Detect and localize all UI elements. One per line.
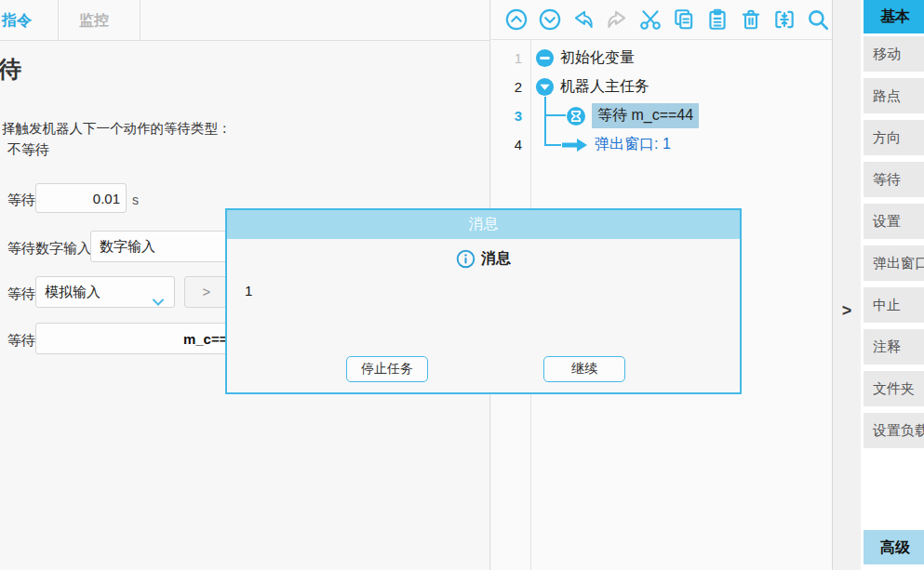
hourglass-circle-icon (566, 106, 586, 126)
paste-icon[interactable] (705, 7, 730, 32)
dialog-title: 消息 (469, 215, 499, 234)
message-dialog: 消息 消息 1 停止任务 继续 (225, 208, 742, 394)
dialog-header: 消息 (227, 249, 740, 269)
tree-node-label: 初始化变量 (560, 48, 635, 68)
wait-type-description: 择触发机器人下一个动作的等待类型： (2, 120, 232, 138)
panel-expand-strip: > (833, 0, 861, 570)
copy-icon[interactable] (672, 7, 696, 32)
cut-icon[interactable] (638, 7, 663, 32)
wait-digital-label: 等待数字输入 (7, 240, 91, 258)
info-icon (456, 249, 475, 269)
stop-task-button[interactable]: 停止任务 (346, 356, 428, 382)
continue-button[interactable]: 继续 (543, 356, 625, 382)
line-number: 1 (491, 50, 530, 66)
sidebar-item-folder[interactable]: 文件夹 (864, 371, 924, 406)
search-icon[interactable] (806, 7, 830, 32)
arrow-right-icon (561, 138, 589, 152)
undo-icon[interactable] (571, 7, 596, 32)
chevron-down-icon (152, 287, 165, 317)
wait-analog-operator-select[interactable]: > (184, 276, 229, 308)
collapse-icon[interactable] (772, 7, 797, 32)
wait-analog-select[interactable]: 模拟输入 (35, 276, 175, 308)
dialog-header-text: 消息 (481, 249, 511, 269)
tab-instruction[interactable]: 指令 (2, 0, 32, 41)
tree-node-label: 等待 m_c==44 (592, 103, 699, 128)
line-number: 4 (491, 137, 530, 152)
command-sidebar: 基本 移动 路点 方向 等待 设置 弹出窗口 中止 注释 文件夹 设置负载 高级 (861, 0, 924, 570)
tree-row-main-task[interactable]: 2 机器人主任务 (491, 73, 832, 101)
program-tree: 1 初始化变量 2 机器人主任务 3 等待 m_c==44 (491, 44, 832, 159)
sidebar-item-wait[interactable]: 等待 (864, 162, 924, 197)
wait-analog-value: 模拟输入 (45, 284, 100, 299)
sidebar-item-direction[interactable]: 方向 (864, 120, 924, 155)
expand-panel-button[interactable]: > (837, 298, 856, 324)
tab-basic[interactable]: 基本 (864, 0, 924, 33)
sidebar-item-popup[interactable]: 弹出窗口 (864, 245, 924, 281)
wait-analog-label: 等待 (7, 285, 35, 303)
tree-row-popup[interactable]: 4 弹出窗口: 1 (491, 130, 832, 159)
tab-advanced[interactable]: 高级 (864, 530, 924, 564)
wait-time-input[interactable] (35, 183, 127, 213)
line-number: 2 (491, 79, 530, 95)
delete-icon[interactable] (739, 7, 763, 32)
tab-separator (140, 0, 141, 41)
wait-time-label: 等待 (7, 192, 35, 209)
sidebar-item-waypoint[interactable]: 路点 (864, 78, 924, 113)
move-down-icon[interactable] (538, 7, 562, 32)
dialog-titlebar: 消息 (227, 210, 740, 239)
move-up-icon[interactable] (504, 7, 529, 32)
wait-time-unit: s (132, 192, 139, 207)
robot-teach-pendant-screen: 指令 监控 待 择触发机器人下一个动作的等待类型： 不等待 等待 s 等待数字输… (0, 0, 924, 570)
sidebar-item-set[interactable]: 设置 (864, 204, 924, 239)
tree-node-label: 弹出窗口: 1 (595, 135, 671, 154)
option-no-wait[interactable]: 不等待 (7, 141, 49, 159)
sidebar-item-move[interactable]: 移动 (864, 36, 924, 72)
redo-icon[interactable] (605, 7, 629, 32)
sidebar-item-abort[interactable]: 中止 (864, 287, 924, 323)
triangle-down-circle-icon (535, 77, 555, 97)
tab-separator (58, 0, 59, 41)
wait-expression-label: 等待 (7, 332, 35, 350)
tree-toolbar (491, 0, 832, 40)
tree-node-label: 机器人主任务 (560, 77, 649, 97)
tab-bar: 指令 监控 (0, 0, 489, 41)
tree-row-wait[interactable]: 3 等待 m_c==44 (491, 101, 832, 130)
sidebar-item-comment[interactable]: 注释 (864, 329, 924, 365)
tab-monitor[interactable]: 监控 (79, 0, 109, 41)
chevron-right-icon: > (842, 301, 852, 321)
tree-row-init-vars[interactable]: 1 初始化变量 (491, 44, 832, 73)
sidebar-item-payload[interactable]: 设置负载 (864, 413, 924, 448)
dialog-message: 1 (245, 283, 252, 298)
line-number: 3 (491, 108, 530, 124)
page-title: 待 (0, 54, 21, 85)
minus-circle-icon (535, 48, 555, 68)
